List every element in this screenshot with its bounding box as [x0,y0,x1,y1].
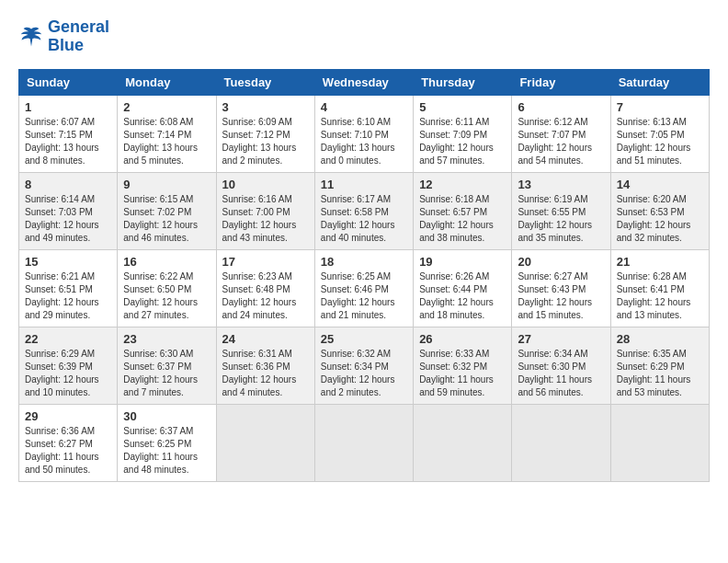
day-number: 4 [321,100,407,114]
calendar-cell: 2Sunrise: 6:08 AMSunset: 7:14 PMDaylight… [118,95,216,172]
calendar-cell [314,404,413,481]
calendar-cell [610,404,709,481]
day-info: Sunrise: 6:09 AMSunset: 7:12 PMDaylight:… [222,116,309,167]
day-number: 12 [419,178,506,191]
day-number: 24 [222,332,309,346]
day-number: 6 [518,100,604,114]
day-number: 5 [419,100,506,114]
day-info: Sunrise: 6:11 AMSunset: 7:09 PMDaylight:… [419,116,506,167]
calendar-cell: 20Sunrise: 6:27 AMSunset: 6:43 PMDayligh… [512,249,610,327]
day-number: 13 [518,178,604,191]
day-info: Sunrise: 6:33 AMSunset: 6:32 PMDaylight:… [419,348,506,399]
day-info: Sunrise: 6:23 AMSunset: 6:48 PMDaylight:… [222,270,309,322]
day-info: Sunrise: 6:22 AMSunset: 6:50 PMDaylight:… [123,270,210,322]
day-info: Sunrise: 6:21 AMSunset: 6:51 PMDaylight:… [25,270,111,322]
day-number: 3 [222,100,309,114]
week-row-4: 22Sunrise: 6:29 AMSunset: 6:39 PMDayligh… [19,327,710,404]
calendar-cell: 19Sunrise: 6:26 AMSunset: 6:44 PMDayligh… [414,249,512,327]
calendar-cell: 21Sunrise: 6:28 AMSunset: 6:41 PMDayligh… [610,249,709,327]
weekday-header-thursday: Thursday [414,69,512,95]
day-number: 9 [123,178,210,191]
day-number: 7 [617,100,703,114]
calendar-cell: 7Sunrise: 6:13 AMSunset: 7:05 PMDaylight… [610,95,709,172]
day-info: Sunrise: 6:29 AMSunset: 6:39 PMDaylight:… [25,348,111,399]
calendar-cell: 3Sunrise: 6:09 AMSunset: 7:12 PMDaylight… [216,95,314,172]
day-info: Sunrise: 6:15 AMSunset: 7:02 PMDaylight:… [123,193,210,245]
day-info: Sunrise: 6:27 AMSunset: 6:43 PMDaylight:… [518,270,604,322]
day-info: Sunrise: 6:17 AMSunset: 6:58 PMDaylight:… [321,193,407,245]
day-number: 22 [25,332,111,346]
calendar-cell: 16Sunrise: 6:22 AMSunset: 6:50 PMDayligh… [118,249,216,327]
day-info: Sunrise: 6:31 AMSunset: 6:36 PMDaylight:… [222,348,309,399]
day-info: Sunrise: 6:36 AMSunset: 6:27 PMDaylight:… [25,425,111,477]
day-info: Sunrise: 6:12 AMSunset: 7:07 PMDaylight:… [518,116,604,167]
calendar-cell [414,404,512,481]
calendar-cell: 25Sunrise: 6:32 AMSunset: 6:34 PMDayligh… [314,327,413,404]
calendar-cell: 11Sunrise: 6:17 AMSunset: 6:58 PMDayligh… [314,172,413,249]
calendar-cell: 28Sunrise: 6:35 AMSunset: 6:29 PMDayligh… [610,327,709,404]
day-info: Sunrise: 6:14 AMSunset: 7:03 PMDaylight:… [25,193,111,245]
day-info: Sunrise: 6:37 AMSunset: 6:25 PMDaylight:… [123,425,210,477]
day-number: 26 [419,332,506,346]
day-info: Sunrise: 6:19 AMSunset: 6:55 PMDaylight:… [518,193,604,245]
calendar-cell: 29Sunrise: 6:36 AMSunset: 6:27 PMDayligh… [19,404,118,481]
week-row-5: 29Sunrise: 6:36 AMSunset: 6:27 PMDayligh… [19,404,710,481]
calendar-cell: 1Sunrise: 6:07 AMSunset: 7:15 PMDaylight… [19,95,118,172]
day-number: 11 [321,178,407,191]
day-number: 28 [617,332,703,346]
logo-icon [18,24,44,50]
logo-text: General Blue [48,18,109,55]
calendar-cell: 14Sunrise: 6:20 AMSunset: 6:53 PMDayligh… [610,172,709,249]
calendar-cell: 8Sunrise: 6:14 AMSunset: 7:03 PMDaylight… [19,172,118,249]
calendar: SundayMondayTuesdayWednesdayThursdayFrid… [18,69,710,482]
day-info: Sunrise: 6:32 AMSunset: 6:34 PMDaylight:… [321,348,407,399]
calendar-cell: 9Sunrise: 6:15 AMSunset: 7:02 PMDaylight… [118,172,216,249]
day-number: 16 [123,255,210,269]
week-row-3: 15Sunrise: 6:21 AMSunset: 6:51 PMDayligh… [19,249,710,327]
day-info: Sunrise: 6:20 AMSunset: 6:53 PMDaylight:… [617,193,703,245]
weekday-header-friday: Friday [512,69,610,95]
calendar-cell: 13Sunrise: 6:19 AMSunset: 6:55 PMDayligh… [512,172,610,249]
day-info: Sunrise: 6:30 AMSunset: 6:37 PMDaylight:… [123,348,210,399]
day-info: Sunrise: 6:25 AMSunset: 6:46 PMDaylight:… [321,270,407,322]
day-info: Sunrise: 6:07 AMSunset: 7:15 PMDaylight:… [25,116,111,167]
day-number: 2 [123,100,210,114]
day-info: Sunrise: 6:18 AMSunset: 6:57 PMDaylight:… [419,193,506,245]
calendar-cell: 26Sunrise: 6:33 AMSunset: 6:32 PMDayligh… [414,327,512,404]
day-number: 29 [25,409,111,423]
calendar-cell [512,404,610,481]
day-number: 25 [321,332,407,346]
calendar-cell: 10Sunrise: 6:16 AMSunset: 7:00 PMDayligh… [216,172,314,249]
calendar-cell [216,404,314,481]
weekday-header-tuesday: Tuesday [216,69,314,95]
logo: General Blue [18,18,109,55]
calendar-cell: 6Sunrise: 6:12 AMSunset: 7:07 PMDaylight… [512,95,610,172]
calendar-cell: 18Sunrise: 6:25 AMSunset: 6:46 PMDayligh… [314,249,413,327]
weekday-header-sunday: Sunday [19,69,118,95]
day-info: Sunrise: 6:08 AMSunset: 7:14 PMDaylight:… [123,116,210,167]
day-number: 21 [617,255,703,269]
calendar-cell: 27Sunrise: 6:34 AMSunset: 6:30 PMDayligh… [512,327,610,404]
calendar-cell: 4Sunrise: 6:10 AMSunset: 7:10 PMDaylight… [314,95,413,172]
week-row-2: 8Sunrise: 6:14 AMSunset: 7:03 PMDaylight… [19,172,710,249]
day-number: 27 [518,332,604,346]
day-info: Sunrise: 6:16 AMSunset: 7:00 PMDaylight:… [222,193,309,245]
calendar-cell: 23Sunrise: 6:30 AMSunset: 6:37 PMDayligh… [118,327,216,404]
weekday-header-monday: Monday [118,69,216,95]
day-info: Sunrise: 6:35 AMSunset: 6:29 PMDaylight:… [617,348,703,399]
calendar-cell: 12Sunrise: 6:18 AMSunset: 6:57 PMDayligh… [414,172,512,249]
day-info: Sunrise: 6:10 AMSunset: 7:10 PMDaylight:… [321,116,407,167]
week-row-1: 1Sunrise: 6:07 AMSunset: 7:15 PMDaylight… [19,95,710,172]
day-number: 17 [222,255,309,269]
calendar-cell: 15Sunrise: 6:21 AMSunset: 6:51 PMDayligh… [19,249,118,327]
day-info: Sunrise: 6:34 AMSunset: 6:30 PMDaylight:… [518,348,604,399]
weekday-header-row: SundayMondayTuesdayWednesdayThursdayFrid… [19,69,710,95]
day-number: 19 [419,255,506,269]
calendar-cell: 24Sunrise: 6:31 AMSunset: 6:36 PMDayligh… [216,327,314,404]
day-number: 20 [518,255,604,269]
weekday-header-saturday: Saturday [610,69,709,95]
calendar-cell: 30Sunrise: 6:37 AMSunset: 6:25 PMDayligh… [118,404,216,481]
day-info: Sunrise: 6:13 AMSunset: 7:05 PMDaylight:… [617,116,703,167]
day-number: 1 [25,100,111,114]
day-info: Sunrise: 6:26 AMSunset: 6:44 PMDaylight:… [419,270,506,322]
